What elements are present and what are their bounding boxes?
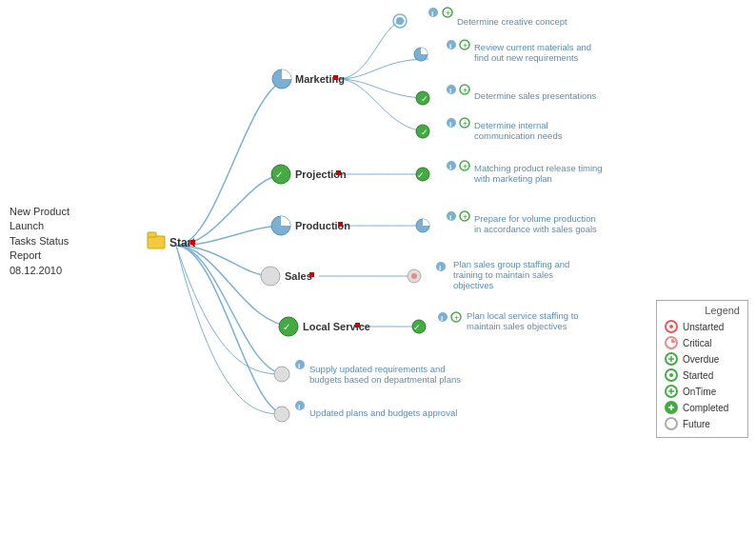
svg-text:i: i (298, 362, 300, 370)
legend-item-ontime: OnTime (665, 385, 740, 398)
svg-point-76 (669, 373, 673, 377)
legend-title: Legend (665, 305, 740, 316)
svg-point-48 (261, 267, 280, 286)
svg-text:training to maintain sales: training to maintain sales (453, 269, 553, 280)
legend-completed-label: Completed (683, 403, 740, 413)
svg-text:✓: ✓ (421, 94, 428, 104)
svg-rect-41 (338, 222, 343, 227)
legend-item-critical: Critical (665, 336, 740, 349)
svg-text:+: + (454, 313, 459, 323)
svg-rect-58 (355, 323, 360, 328)
task-supply-updated: budgets based on departmental plans (309, 374, 461, 385)
legend-unstarted-label: Unstarted (683, 322, 740, 332)
svg-text:+: + (446, 9, 450, 18)
task-matching-product: with marketing plan (473, 173, 552, 184)
task-review-materials: find out new requirements (474, 52, 579, 63)
svg-text:Plan sales group staffing and: Plan sales group staffing and (453, 259, 569, 269)
svg-text:i: i (431, 10, 433, 18)
svg-rect-0 (148, 236, 165, 248)
svg-text:✓: ✓ (417, 170, 425, 180)
started-icon (665, 368, 678, 382)
task-determine-internal: communication needs (474, 130, 563, 141)
svg-text:i: i (449, 120, 451, 129)
svg-point-51 (411, 273, 417, 279)
svg-text:i: i (449, 87, 451, 95)
legend-ontime-label: OnTime (683, 387, 740, 397)
svg-rect-2 (190, 240, 195, 245)
legend-item-overdue: Overdue (665, 352, 740, 366)
svg-text:+: + (463, 41, 468, 50)
svg-text:i: i (439, 264, 441, 272)
svg-rect-49 (309, 272, 314, 277)
svg-text:i: i (449, 213, 451, 222)
svg-rect-32 (336, 170, 341, 175)
svg-point-66 (274, 367, 289, 382)
critical-icon (665, 336, 678, 349)
svg-point-6 (396, 17, 404, 25)
legend-box: Legend Unstarted Critical Overdue Starte… (656, 300, 748, 438)
svg-text:+: + (463, 119, 468, 129)
task-plan-local-service: maintain sales objectives (467, 321, 567, 331)
svg-text:Determine internal: Determine internal (474, 120, 548, 130)
report-title: New Product Launch Tasks Status Report 0… (10, 205, 70, 278)
svg-point-70 (274, 407, 289, 422)
svg-rect-4 (333, 75, 338, 80)
svg-text:+: + (463, 212, 468, 222)
unstarted-icon (665, 320, 678, 333)
ontime-icon (665, 385, 678, 398)
local-service-label: Local Service (303, 321, 370, 332)
svg-text:+: + (463, 162, 468, 171)
svg-text:Review current materials and: Review current materials and (474, 42, 591, 52)
svg-text:i: i (449, 163, 451, 171)
legend-item-unstarted: Unstarted (665, 320, 740, 333)
svg-text:i: i (298, 403, 300, 411)
svg-text:✓: ✓ (283, 322, 290, 332)
task-updated-plans: Updated plans and budgets approval (309, 407, 457, 418)
title-line-5: 08.12.2010 (10, 264, 70, 278)
legend-item-started: Started (665, 368, 740, 382)
svg-text:Matching product release timin: Matching product release timing (474, 163, 603, 173)
svg-text:i: i (441, 314, 443, 323)
legend-item-future: Future (665, 417, 740, 430)
future-icon (665, 417, 678, 430)
svg-text:✓: ✓ (421, 128, 428, 137)
svg-text:✓: ✓ (275, 169, 283, 180)
svg-rect-1 (148, 232, 156, 237)
legend-future-label: Future (683, 419, 740, 429)
legend-critical-label: Critical (683, 338, 740, 348)
mindmap-svg: Start Marketing i + Determine creative c… (0, 0, 756, 536)
overdue-icon (665, 352, 678, 366)
title-line-3: Tasks Status (10, 234, 70, 248)
legend-item-completed: Completed (665, 401, 740, 414)
legend-overdue-label: Overdue (683, 354, 740, 365)
svg-point-73 (669, 325, 673, 328)
svg-text:i: i (449, 42, 451, 50)
task-determine-creative: Determine creative concept (457, 16, 567, 27)
svg-text:Plan local service staffing to: Plan local service staffing to (467, 310, 579, 321)
completed-icon (665, 401, 678, 414)
svg-text:Supply updated requirements an: Supply updated requirements and (309, 364, 446, 374)
title-line-4: Report (10, 248, 70, 263)
task-plan-sales: objectives (453, 280, 493, 290)
sales-label: Sales (285, 270, 312, 282)
legend-started-label: Started (683, 370, 740, 381)
title-line-1: New Product (10, 205, 70, 219)
svg-text:✓: ✓ (413, 323, 421, 332)
task-determine-sales-pres: Determine sales presentations (474, 90, 597, 101)
svg-text:Prepare for volume production: Prepare for volume production (474, 213, 596, 224)
title-line-2: Launch (10, 219, 70, 233)
task-prepare-production: in accordance with sales goals (474, 224, 597, 234)
svg-text:+: + (463, 86, 468, 95)
